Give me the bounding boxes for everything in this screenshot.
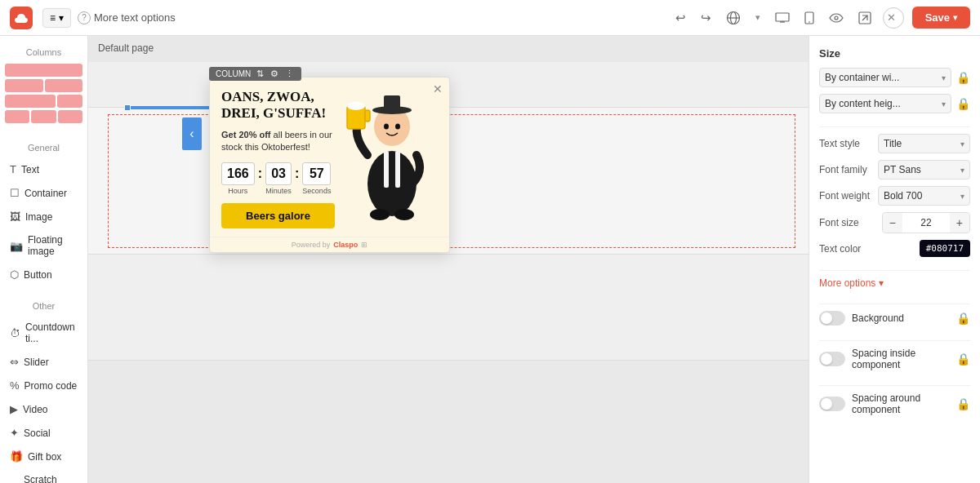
sidebar-item-image[interactable]: 🖼 Image bbox=[5, 206, 82, 227]
sidebar-item-video[interactable]: ▶ Video bbox=[5, 399, 82, 419]
canvas-left-arrow[interactable]: ‹ bbox=[182, 117, 202, 150]
globe-button[interactable] bbox=[723, 7, 744, 29]
svg-rect-12 bbox=[384, 151, 389, 188]
size-height-select[interactable]: By content heig... ▾ bbox=[819, 94, 951, 113]
sidebar-item-slider[interactable]: ⇔ Slider bbox=[5, 352, 82, 372]
col-edit-delete[interactable]: ⋮ bbox=[284, 69, 295, 79]
col-row-3[interactable] bbox=[5, 95, 82, 108]
sidebar-item-floating-image[interactable]: 📷 Floating image bbox=[5, 230, 82, 261]
canvas-area[interactable]: Default page COLUMN ⇅ ⚙ ⋮ bbox=[88, 36, 808, 483]
size-width-label: By container wi... bbox=[825, 72, 899, 83]
more-options-row[interactable]: More options ▾ bbox=[819, 277, 970, 289]
spacing-inside-toggle[interactable] bbox=[819, 352, 845, 366]
font-size-plus-button[interactable]: + bbox=[950, 213, 969, 233]
more-options-chevron: ▾ bbox=[879, 277, 884, 289]
devices-chevron-button[interactable]: ▾ bbox=[752, 9, 764, 26]
countdown-seconds: 57 Seconds bbox=[302, 162, 331, 195]
save-button[interactable]: Save ▾ bbox=[912, 7, 970, 29]
spacing-around-lock[interactable]: 🔒 bbox=[956, 397, 970, 410]
sidebar-item-giftbox-label: Gift box bbox=[28, 451, 61, 463]
font-size-control: − + bbox=[882, 212, 970, 233]
spacing-around-toggle[interactable] bbox=[819, 397, 845, 411]
col-row-4[interactable] bbox=[5, 110, 82, 123]
popup-left: OANS, ZWOA, DREI, G'SUFFA! Get 20% off a… bbox=[210, 78, 343, 237]
sidebar-item-button-label: Button bbox=[24, 269, 52, 281]
background-lock[interactable]: 🔒 bbox=[956, 312, 970, 325]
sidebar-item-button[interactable]: ⬡ Button bbox=[5, 264, 82, 285]
size-height-label: By content heig... bbox=[825, 98, 901, 109]
image-icon: 🖼 bbox=[10, 210, 20, 223]
background-toggle-row: Background 🔒 bbox=[819, 311, 970, 326]
text-color-row: Text color #080717 bbox=[819, 240, 970, 257]
external-button[interactable] bbox=[855, 8, 875, 28]
social-icon: ✦ bbox=[10, 427, 19, 439]
topbar-right: ↩ ↪ ▾ ✕ Save ▾ bbox=[672, 7, 970, 29]
svg-point-18 bbox=[395, 124, 400, 130]
popup-cta-button[interactable]: Beers galore bbox=[221, 203, 335, 228]
font-family-value: PT Sans bbox=[884, 164, 921, 175]
col-edit-label: COLUMN bbox=[216, 69, 251, 78]
sidebar-item-giftbox[interactable]: 🎁 Gift box bbox=[5, 446, 82, 467]
desktop-button[interactable] bbox=[772, 9, 793, 27]
spacing-around-label: Spacing around component bbox=[852, 392, 950, 415]
sidebar-item-container[interactable]: ☐ Container bbox=[5, 183, 82, 203]
more-text-options[interactable]: ? More text options bbox=[78, 11, 176, 24]
sidebar-item-countdown[interactable]: ⏱ Countdown ti... bbox=[5, 317, 82, 348]
popup-right bbox=[343, 78, 449, 237]
text-style-value: Title bbox=[884, 138, 902, 149]
popup-inner: OANS, ZWOA, DREI, G'SUFFA! Get 20% off a… bbox=[210, 78, 449, 237]
giftbox-icon: 🎁 bbox=[10, 450, 23, 463]
col-edit-settings[interactable]: ⚙ bbox=[270, 69, 279, 79]
col-block bbox=[31, 110, 56, 123]
preview-button[interactable] bbox=[826, 10, 847, 26]
column-edit-bar: COLUMN ⇅ ⚙ ⋮ bbox=[209, 67, 301, 81]
logo bbox=[10, 7, 33, 29]
svg-rect-13 bbox=[395, 151, 400, 188]
sidebar-item-text[interactable]: T Text bbox=[5, 159, 82, 179]
sidebar-item-video-label: Video bbox=[23, 404, 47, 415]
size-height-lock[interactable]: 🔒 bbox=[956, 97, 970, 110]
left-sidebar: Columns General T Text bbox=[0, 36, 88, 483]
spacing-inside-lock[interactable]: 🔒 bbox=[956, 352, 970, 366]
sidebar-item-scratch[interactable]: ✂ Scratch card bbox=[5, 470, 82, 483]
countdown-hours-label: Hours bbox=[221, 187, 255, 195]
spacing-around-toggle-knob bbox=[821, 398, 832, 410]
col-row-2[interactable] bbox=[5, 79, 82, 92]
svg-point-23 bbox=[394, 209, 414, 220]
font-size-input[interactable] bbox=[902, 214, 950, 232]
powered-by-label: Powered by bbox=[292, 241, 331, 249]
background-toggle[interactable] bbox=[819, 311, 845, 326]
promo-icon: % bbox=[10, 379, 20, 392]
countdown-seconds-label: Seconds bbox=[302, 187, 331, 195]
popup-widget: ✕ OANS, ZWOA, DREI, G'SUFFA! Get 20% off… bbox=[209, 77, 450, 253]
countdown-icon: ⏱ bbox=[10, 327, 20, 339]
font-family-select[interactable]: PT Sans ▾ bbox=[878, 160, 970, 179]
menu-button[interactable]: ≡ ▾ bbox=[42, 8, 71, 28]
help-circle-icon: ? bbox=[78, 11, 91, 24]
countdown-minutes-val: 03 bbox=[265, 162, 292, 185]
svg-rect-16 bbox=[384, 95, 400, 111]
countdown-seconds-val: 57 bbox=[302, 162, 331, 185]
popup-title: OANS, ZWOA, DREI, G'SUFFA! bbox=[221, 89, 335, 122]
col-row-1[interactable] bbox=[5, 64, 82, 77]
font-size-label: Font size bbox=[819, 217, 877, 228]
spacing-around-toggle-row: Spacing around component 🔒 bbox=[819, 392, 970, 415]
text-style-select[interactable]: Title ▾ bbox=[878, 134, 970, 153]
text-color-swatch[interactable]: #080717 bbox=[920, 240, 970, 257]
size-width-chevron: ▾ bbox=[942, 73, 946, 82]
col-edit-move[interactable]: ⇅ bbox=[256, 69, 265, 79]
sidebar-item-social[interactable]: ✦ Social bbox=[5, 423, 82, 443]
undo-button[interactable]: ↩ bbox=[672, 7, 689, 29]
size-width-lock[interactable]: 🔒 bbox=[956, 71, 970, 84]
font-size-minus-button[interactable]: − bbox=[883, 213, 902, 233]
col-block bbox=[45, 79, 83, 92]
sidebar-item-promo[interactable]: % Promo code bbox=[5, 375, 82, 396]
close-x-button[interactable]: ✕ bbox=[883, 7, 904, 29]
size-width-select[interactable]: By container wi... ▾ bbox=[819, 68, 951, 87]
redo-button[interactable]: ↪ bbox=[697, 7, 715, 29]
page-label: Default page bbox=[98, 42, 154, 54]
sidebar-item-social-label: Social bbox=[24, 428, 51, 439]
font-weight-chevron: ▾ bbox=[960, 192, 964, 201]
tablet-button[interactable] bbox=[801, 8, 817, 28]
font-weight-select[interactable]: Bold 700 ▾ bbox=[878, 186, 970, 206]
